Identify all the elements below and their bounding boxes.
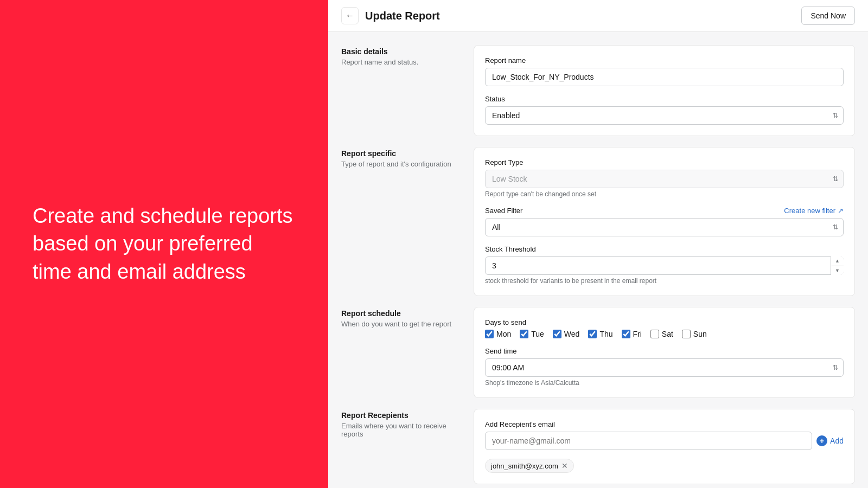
number-spinners: ▲ ▼ xyxy=(831,256,844,275)
day-item-sun: Sun xyxy=(682,330,707,338)
report-specific-card: Report Type Low Stock ⇅ Report type can'… xyxy=(474,147,855,296)
spinner-down[interactable]: ▼ xyxy=(831,266,844,275)
report-schedule-title: Report schedule xyxy=(341,309,461,318)
right-panel: ← Update Report Send Now Basic details R… xyxy=(328,0,868,488)
day-item-tue: Tue xyxy=(520,330,544,338)
day-item-mon: Mon xyxy=(485,330,511,338)
report-type-select-wrapper: Low Stock ⇅ xyxy=(485,170,844,188)
status-select-wrapper: Enabled Disabled ⇅ xyxy=(485,106,844,125)
send-time-select[interactable]: 09:00 AM 10:00 AM 11:00 AM xyxy=(485,358,844,377)
saved-filter-select[interactable]: All xyxy=(485,218,844,236)
stock-threshold-field: Stock Threshold ▲ ▼ stock threshold for … xyxy=(485,245,844,285)
tagline: Create and schedule reports based on you… xyxy=(33,202,296,286)
stock-threshold-input-wrapper: ▲ ▼ xyxy=(485,256,844,275)
add-email-field: Add Recepient's email + Add xyxy=(485,420,844,450)
report-schedule-desc: When do you want to get the report xyxy=(341,320,461,328)
day-item-thu: Thu xyxy=(588,330,612,338)
day-label-thu: Thu xyxy=(599,330,612,338)
report-name-field: Report name xyxy=(485,56,844,86)
day-item-sat: Sat xyxy=(650,330,673,338)
report-specific-section: Report specific Type of report and it's … xyxy=(341,147,855,296)
report-recipients-label: Report Recepients Emails where you want … xyxy=(341,409,461,438)
day-checkbox-tue[interactable] xyxy=(520,330,528,338)
main-content: Basic details Report name and status. Re… xyxy=(328,32,868,488)
send-time-label: Send time xyxy=(485,347,844,355)
report-recipients-title: Report Recepients xyxy=(341,411,461,420)
stock-threshold-label: Stock Threshold xyxy=(485,245,844,253)
report-type-field: Report Type Low Stock ⇅ Report type can'… xyxy=(485,158,844,198)
report-name-input[interactable] xyxy=(485,68,844,86)
report-type-select[interactable]: Low Stock xyxy=(485,170,844,188)
saved-filter-header: Saved Filter Create new filter ↗ xyxy=(485,207,844,215)
day-label-tue: Tue xyxy=(531,330,544,338)
external-link-icon: ↗ xyxy=(838,207,844,215)
email-tags-container: john_smith@xyz.com ✕ xyxy=(485,459,844,473)
saved-filter-label: Saved Filter xyxy=(485,207,522,215)
stock-threshold-input[interactable] xyxy=(485,256,844,275)
day-checkbox-sun[interactable] xyxy=(682,330,691,338)
report-name-label: Report name xyxy=(485,56,844,65)
report-schedule-section: Report schedule When do you want to get … xyxy=(341,307,855,398)
day-checkbox-mon[interactable] xyxy=(485,330,494,338)
status-field: Status Enabled Disabled ⇅ xyxy=(485,95,844,125)
add-email-label: Add Recepient's email xyxy=(485,420,844,428)
day-item-wed: Wed xyxy=(553,330,580,338)
report-specific-desc: Type of report and it's configuration xyxy=(341,160,461,168)
day-checkbox-sat[interactable] xyxy=(650,330,659,338)
report-specific-label: Report specific Type of report and it's … xyxy=(341,147,461,168)
report-specific-title: Report specific xyxy=(341,149,461,158)
page-title: Update Report xyxy=(365,10,440,22)
report-type-label: Report Type xyxy=(485,158,844,166)
status-select[interactable]: Enabled Disabled xyxy=(485,106,844,125)
report-recipients-card: Add Recepient's email + Add john_smith@x… xyxy=(474,409,855,484)
days-to-send-field: Days to send Mon Tue Wed xyxy=(485,318,844,338)
remove-email-button[interactable]: ✕ xyxy=(561,461,568,470)
header-left: ← Update Report xyxy=(341,7,440,24)
day-label-mon: Mon xyxy=(496,330,511,338)
report-schedule-label: Report schedule When do you want to get … xyxy=(341,307,461,328)
add-icon: + xyxy=(816,435,827,446)
basic-details-desc: Report name and status. xyxy=(341,58,461,66)
status-label: Status xyxy=(485,95,844,103)
basic-details-section: Basic details Report name and status. Re… xyxy=(341,45,855,136)
day-checkbox-wed[interactable] xyxy=(553,330,561,338)
send-now-button[interactable]: Send Now xyxy=(801,7,855,25)
report-schedule-card: Days to send Mon Tue Wed xyxy=(474,307,855,398)
saved-filter-field: Saved Filter Create new filter ↗ All ⇅ xyxy=(485,207,844,236)
saved-filter-select-wrapper: All ⇅ xyxy=(485,218,844,236)
create-filter-label: Create new filter xyxy=(784,207,835,215)
basic-details-title: Basic details xyxy=(341,47,461,56)
day-checkbox-thu[interactable] xyxy=(588,330,597,338)
timezone-hint: Shop's timezone is Asia/Calcutta xyxy=(485,379,844,387)
create-filter-link[interactable]: Create new filter ↗ xyxy=(784,207,844,215)
email-tag: john_smith@xyz.com ✕ xyxy=(485,459,574,473)
days-row: Mon Tue Wed Thu xyxy=(485,330,844,338)
email-input-row: + Add xyxy=(485,432,844,450)
day-label-wed: Wed xyxy=(564,330,580,338)
basic-details-card: Report name Status Enabled Disabled ⇅ xyxy=(474,45,855,136)
left-panel: Create and schedule reports based on you… xyxy=(0,0,328,488)
spinner-up[interactable]: ▲ xyxy=(831,256,844,266)
day-checkbox-fri[interactable] xyxy=(622,330,630,338)
email-input[interactable] xyxy=(485,432,812,450)
page-header: ← Update Report Send Now xyxy=(328,0,868,32)
day-label-sat: Sat xyxy=(662,330,673,338)
add-email-button[interactable]: + Add xyxy=(816,435,844,446)
add-button-label: Add xyxy=(830,436,844,445)
email-tag-value: john_smith@xyz.com xyxy=(491,462,558,470)
report-recipients-desc: Emails where you want to receive reports xyxy=(341,422,461,438)
report-recipients-section: Report Recepients Emails where you want … xyxy=(341,409,855,484)
days-to-send-label: Days to send xyxy=(485,318,844,326)
day-label-sun: Sun xyxy=(693,330,707,338)
back-button[interactable]: ← xyxy=(341,7,359,24)
stock-threshold-hint: stock threshold for variants to be prese… xyxy=(485,277,844,285)
send-time-field: Send time 09:00 AM 10:00 AM 11:00 AM ⇅ S… xyxy=(485,347,844,387)
basic-details-label: Basic details Report name and status. xyxy=(341,45,461,66)
send-time-select-wrapper: 09:00 AM 10:00 AM 11:00 AM ⇅ xyxy=(485,358,844,377)
day-label-fri: Fri xyxy=(633,330,642,338)
report-type-hint: Report type can't be changed once set xyxy=(485,190,844,198)
day-item-fri: Fri xyxy=(622,330,642,338)
